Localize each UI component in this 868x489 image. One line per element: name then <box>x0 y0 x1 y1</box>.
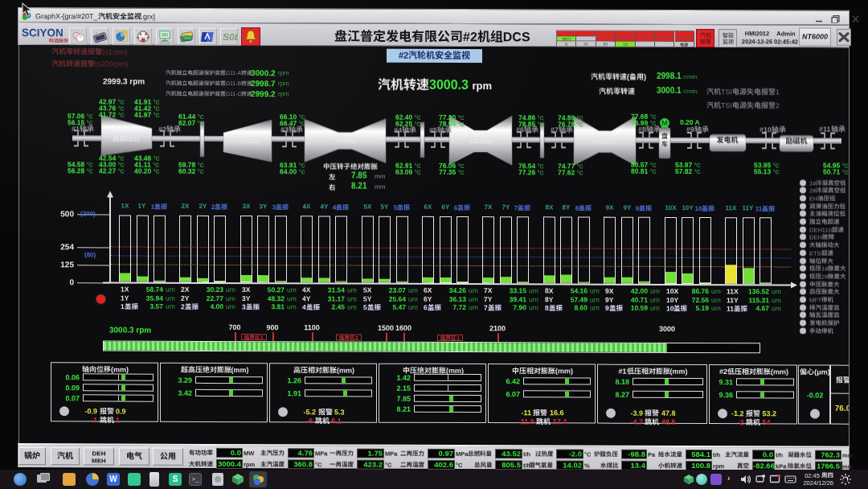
svg-text:M: M <box>661 119 668 127</box>
svg-text:S0B: S0B <box>223 31 237 43</box>
